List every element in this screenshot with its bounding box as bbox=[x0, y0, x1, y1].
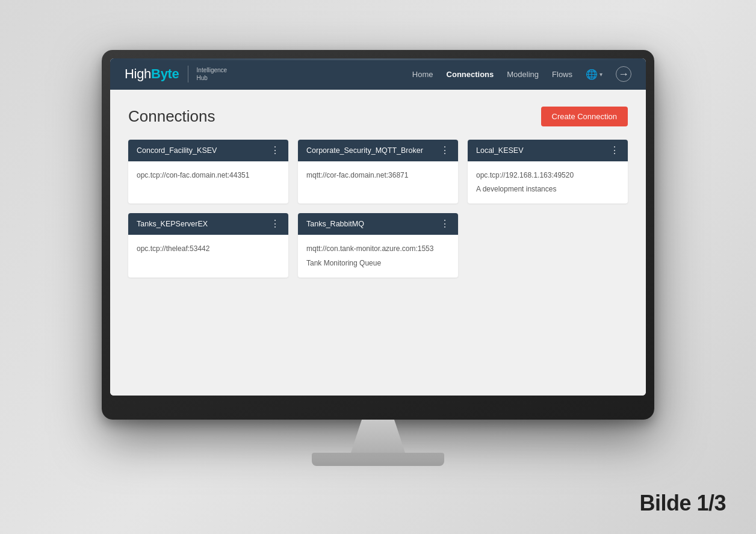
card-corporate: Corporate_Security_MQTT_Broker ⋮ mqtt://… bbox=[298, 140, 458, 203]
card-local-detail-1: A development instances bbox=[476, 184, 619, 195]
card-local-menu[interactable]: ⋮ bbox=[610, 146, 619, 155]
card-tanks-kep-body: opc.tcp://theleaf:53442 bbox=[128, 235, 288, 263]
bilde-label: Bilde 1/3 bbox=[639, 491, 726, 516]
nav-modeling[interactable]: Modeling bbox=[507, 70, 539, 79]
logo-area: HighByte Intelligence Hub bbox=[125, 66, 227, 82]
card-concord-title: Concord_Facility_KSEV bbox=[137, 146, 217, 155]
nav-home[interactable]: Home bbox=[412, 70, 433, 79]
card-tanks-kep: Tanks_KEPServerEX ⋮ opc.tcp://theleaf:53… bbox=[128, 213, 288, 277]
create-connection-button[interactable]: Create Connection bbox=[541, 107, 628, 126]
cards-grid: Concord_Facility_KSEV ⋮ opc.tcp://con-fa… bbox=[128, 140, 628, 278]
page-title: Connections bbox=[128, 107, 215, 126]
logout-icon[interactable]: → bbox=[616, 66, 631, 82]
nav-flows[interactable]: Flows bbox=[552, 70, 572, 79]
card-corporate-menu[interactable]: ⋮ bbox=[440, 146, 450, 155]
logo-high: High bbox=[125, 66, 151, 81]
card-local-body: opc.tcp://192.168.1.163:49520 A developm… bbox=[468, 161, 628, 203]
card-concord-header: Concord_Facility_KSEV ⋮ bbox=[128, 140, 288, 161]
card-concord-menu[interactable]: ⋮ bbox=[270, 146, 280, 155]
card-tanks-kep-header: Tanks_KEPServerEX ⋮ bbox=[128, 213, 288, 235]
monitor-stand-base bbox=[312, 453, 444, 466]
card-corporate-detail-0: mqtt://cor-fac.domain.net:36871 bbox=[306, 170, 450, 181]
card-tanks-rabbit-body: mqtt://con.tank-monitor.azure.com:1553 T… bbox=[298, 235, 458, 277]
logo-byte: Byte bbox=[151, 66, 179, 81]
card-corporate-body: mqtt://cor-fac.domain.net:36871 bbox=[298, 161, 458, 190]
card-concord-body: opc.tcp://con-fac.domain.net:44351 bbox=[128, 161, 288, 190]
card-tanks-kep-menu[interactable]: ⋮ bbox=[270, 219, 280, 229]
card-tanks-kep-detail-0: opc.tcp://theleaf:53442 bbox=[137, 243, 280, 255]
card-local-header: Local_KESEV ⋮ bbox=[468, 140, 628, 161]
card-tanks-rabbit-title: Tanks_RabbitMQ bbox=[306, 220, 364, 228]
page-header: Connections Create Connection bbox=[128, 107, 628, 126]
card-corporate-title: Corporate_Security_MQTT_Broker bbox=[306, 146, 423, 155]
monitor-stand-neck bbox=[351, 420, 405, 453]
card-concord: Concord_Facility_KSEV ⋮ opc.tcp://con-fa… bbox=[128, 140, 288, 203]
card-concord-detail-0: opc.tcp://con-fac.domain.net:44351 bbox=[137, 170, 280, 181]
card-tanks-rabbit-detail-1: Tank Monitoring Queue bbox=[306, 258, 450, 269]
card-tanks-kep-title: Tanks_KEPServerEX bbox=[137, 220, 208, 228]
globe-icon[interactable]: 🌐 ▾ bbox=[586, 69, 603, 80]
card-local-detail-0: opc.tcp://192.168.1.163:49520 bbox=[476, 170, 619, 181]
card-tanks-rabbit: Tanks_RabbitMQ ⋮ mqtt://con.tank-monitor… bbox=[298, 213, 458, 277]
card-tanks-rabbit-menu[interactable]: ⋮ bbox=[440, 219, 450, 229]
logo-divider bbox=[188, 66, 188, 82]
monitor-wrapper: HighByte Intelligence Hub Home Connectio… bbox=[102, 50, 654, 466]
app-header: HighByte Intelligence Hub Home Connectio… bbox=[110, 58, 646, 90]
monitor-outer: HighByte Intelligence Hub Home Connectio… bbox=[102, 50, 654, 420]
card-tanks-rabbit-detail-0: mqtt://con.tank-monitor.azure.com:1553 bbox=[306, 243, 450, 255]
monitor-screen: HighByte Intelligence Hub Home Connectio… bbox=[110, 58, 646, 396]
nav-connections[interactable]: Connections bbox=[447, 70, 494, 79]
card-corporate-header: Corporate_Security_MQTT_Broker ⋮ bbox=[298, 140, 458, 161]
nav-links: Home Connections Modeling Flows 🌐 ▾ → bbox=[412, 66, 631, 82]
logo-text: HighByte bbox=[125, 66, 179, 82]
scene: HighByte Intelligence Hub Home Connectio… bbox=[0, 0, 756, 534]
card-local: Local_KESEV ⋮ opc.tcp://192.168.1.163:49… bbox=[468, 140, 628, 203]
card-local-title: Local_KESEV bbox=[476, 146, 524, 155]
card-tanks-rabbit-header: Tanks_RabbitMQ ⋮ bbox=[298, 213, 458, 235]
app-main: Connections Create Connection Concord_Fa… bbox=[110, 90, 646, 396]
logo-subtitle: Intelligence Hub bbox=[197, 66, 228, 82]
